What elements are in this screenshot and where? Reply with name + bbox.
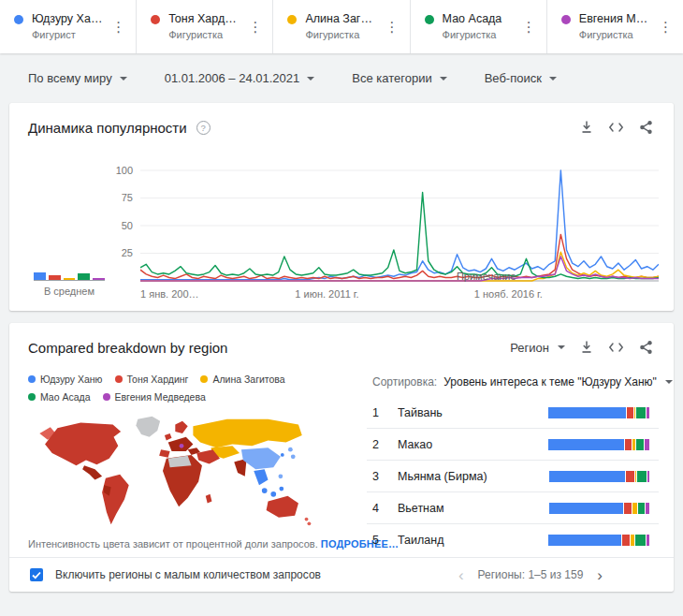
legend-item: Алина Загитова — [200, 374, 284, 385]
region-name: Тайвань — [398, 406, 548, 419]
region-stacked-bar[interactable] — [548, 407, 649, 418]
download-icon — [580, 120, 593, 135]
date-range-label: 01.01.2006 – 24.01.2021 — [165, 71, 300, 85]
filter-bar: По всему миру 01.01.2006 – 24.01.2021 Вс… — [0, 53, 683, 103]
embed-icon — [608, 121, 624, 134]
region-name: Мьянма (Бирма) — [398, 470, 549, 483]
average-bars[interactable] — [34, 165, 105, 281]
chevron-down-icon — [307, 77, 314, 81]
region-stacked-bar[interactable] — [549, 471, 649, 482]
map-footnote-text: Интенсивность цвета зависит от процентно… — [28, 538, 318, 550]
timeline-plot: Примечание 1 янв. 200… 1 июн. 2011 г. 1 … — [140, 165, 659, 307]
geo-filter-label: По всему миру — [28, 71, 112, 85]
region-rank: 1 — [372, 406, 398, 419]
embed-button[interactable] — [601, 337, 632, 358]
term-sublabel: Фигуристка — [443, 29, 516, 40]
term-chip-asada[interactable]: Мао Асада Фигуристка ⋮ — [411, 0, 547, 53]
term-chip-zagitova[interactable]: Алина Загитова Фигуристка ⋮ — [273, 0, 410, 53]
term-sublabel: Фигуристка — [579, 29, 652, 40]
overflow-menu-icon[interactable]: ⋮ — [516, 15, 543, 38]
region-rank: 3 — [372, 470, 398, 483]
chevron-down-icon — [558, 345, 565, 349]
date-range-dropdown[interactable]: 01.01.2006 – 24.01.2021 — [165, 71, 315, 85]
term-color-dot — [561, 15, 571, 24]
overflow-menu-icon[interactable]: ⋮ — [379, 15, 406, 38]
download-button[interactable] — [573, 116, 601, 139]
term-chips-row: Юдзуру Ханю Фигурист ⋮ Тоня Хардинг Фигу… — [0, 0, 683, 53]
overflow-menu-icon[interactable]: ⋮ — [241, 15, 269, 38]
map-footnote: Интенсивность цвета зависит от процентно… — [28, 538, 357, 550]
prev-page-icon[interactable]: ‹ — [458, 567, 464, 583]
chevron-down-icon — [549, 77, 557, 81]
average-mini-chart: В среднем — [26, 165, 112, 307]
help-icon[interactable]: ? — [196, 121, 211, 135]
x-tick-2016: 1 нояб. 2016 г. — [474, 288, 543, 300]
term-chip-medvedeva[interactable]: Евгения Медведева Фигуристка ⋮ — [547, 0, 683, 53]
region-row[interactable]: 5 Таиланд — [367, 524, 659, 556]
legend-label: Тоня Хардинг — [127, 374, 189, 385]
term-color-dot — [425, 15, 434, 24]
region-row[interactable]: 3 Мьянма (Бирма) — [367, 461, 659, 492]
region-stacked-bar[interactable] — [549, 503, 649, 514]
legend-item: Евгения Медведева — [103, 391, 206, 403]
card-title: Динамика популярности — [28, 120, 187, 136]
overflow-menu-icon[interactable]: ⋮ — [105, 15, 132, 38]
term-sublabel: Фигуристка — [168, 29, 241, 40]
legend-color-dot — [103, 393, 110, 401]
term-label: Тоня Хардинг — [168, 12, 241, 25]
region-dropdown-label: Регион — [510, 341, 549, 355]
download-button[interactable] — [573, 336, 601, 359]
y-tick-25: 25 — [122, 248, 133, 258]
download-icon — [580, 340, 593, 355]
region-row[interactable]: 4 Вьетнам — [367, 492, 659, 524]
card-header: Compared breakdown by region Регион — [9, 323, 674, 359]
chevron-down-icon — [665, 380, 673, 384]
region-name: Таиланд — [398, 534, 548, 547]
category-filter-label: Все категории — [352, 71, 431, 85]
region-rank: 4 — [372, 502, 398, 515]
pagination-text: Регионы: 1–5 из 159 — [478, 568, 584, 581]
geo-filter-dropdown[interactable]: По всему миру — [28, 71, 127, 85]
legend-label: Евгения Медведева — [115, 391, 206, 403]
region-rank: 2 — [372, 438, 398, 451]
overflow-menu-icon[interactable]: ⋮ — [652, 15, 679, 38]
category-filter-dropdown[interactable]: Все категории — [352, 71, 446, 85]
region-rank: 5 — [372, 534, 398, 547]
region-row[interactable]: 2 Макао — [367, 429, 659, 461]
chevron-down-icon — [120, 77, 127, 81]
term-color-dot — [287, 15, 297, 24]
timeline-line-chart[interactable] — [140, 165, 659, 286]
search-type-label: Веб-поиск — [485, 71, 542, 85]
interest-over-time-card: Динамика популярности ? В среднем 100 75… — [9, 103, 674, 311]
include-low-volume-checkbox[interactable] — [30, 568, 43, 581]
share-icon — [639, 120, 653, 135]
card-header: Динамика популярности ? — [9, 103, 674, 139]
term-label: Алина Загитова — [305, 12, 378, 25]
y-axis-ticks: 100 75 50 25 — [112, 165, 140, 286]
legend-color-dot — [200, 375, 208, 383]
embed-button[interactable] — [601, 117, 632, 138]
term-chip-harding[interactable]: Тоня Хардинг Фигуристка ⋮ — [137, 0, 273, 53]
next-page-icon[interactable]: › — [597, 567, 603, 583]
term-color-dot — [151, 15, 160, 24]
term-label: Юдзуру Ханю — [32, 12, 105, 25]
region-row[interactable]: 1 Тайвань — [367, 397, 659, 429]
y-tick-50: 50 — [122, 221, 133, 231]
region-stacked-bar[interactable] — [548, 535, 649, 546]
region-name: Макао — [398, 438, 548, 451]
search-type-dropdown[interactable]: Веб-поиск — [485, 71, 557, 85]
sort-dropdown[interactable]: Уровень интереса к теме "Юдзуру Ханю" — [443, 375, 673, 389]
chart-note-annotation[interactable]: Примечание — [457, 271, 516, 282]
region-level-dropdown[interactable]: Регион — [510, 341, 565, 355]
share-button[interactable] — [632, 116, 661, 139]
region-stacked-bar[interactable] — [548, 439, 649, 450]
term-sublabel: Фигуристка — [305, 29, 378, 40]
share-button[interactable] — [632, 336, 661, 359]
legend-color-dot — [115, 375, 123, 383]
world-map[interactable] — [28, 414, 335, 530]
legend-color-dot — [28, 375, 36, 383]
term-chip-hanyu[interactable]: Юдзуру Ханю Фигурист ⋮ — [0, 0, 137, 53]
chevron-down-icon — [440, 77, 447, 81]
legend-item: Юдзуру Ханю — [28, 374, 103, 385]
term-label: Евгения Медведева — [579, 12, 652, 25]
